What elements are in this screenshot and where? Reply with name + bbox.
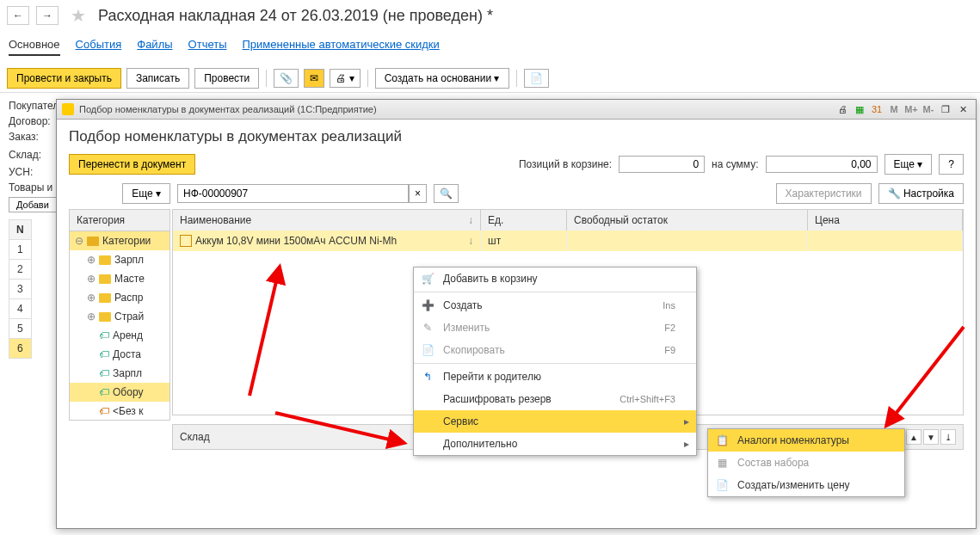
stock-column-header[interactable]: Свободный остаток [567,210,808,231]
page-up-button[interactable]: ▲ [906,429,921,445]
menu-copy[interactable]: 📄СкопироватьF9 [414,339,696,361]
tab-main[interactable]: Основное [9,38,60,56]
dialog-more-button[interactable]: Еще ▾ [884,154,933,175]
menu-edit[interactable]: ✎ИзменитьF2 [414,317,696,339]
menu-create[interactable]: ➕СоздатьIns [414,294,696,317]
sum-input[interactable] [766,156,878,173]
calendar-header-icon[interactable]: 31 [869,102,884,116]
post-close-button[interactable]: Провести и закрыть [7,68,121,89]
post-button[interactable]: Провести [194,68,259,89]
category-tree[interactable]: ⊖Категории ⊕Зарпл ⊕Масте ⊕Распр ⊕Страй 🏷… [69,231,170,421]
tab-events[interactable]: События [76,38,122,56]
app-icon [62,103,74,115]
menu-add-to-cart[interactable]: 🛒Добавить в корзину [414,268,696,290]
buyer-label: Покупател [9,100,59,112]
characteristics-button[interactable]: Характеристики [776,183,872,204]
tab-files[interactable]: Файлы [137,38,172,56]
folder-icon [99,293,111,303]
attach-button[interactable]: 📎 [274,69,299,88]
submenu-analogs[interactable]: 📋Аналоги номенклатуры [708,429,904,452]
favorite-star-icon[interactable]: ★ [71,5,86,26]
save-button[interactable]: Записать [126,68,189,89]
m-button[interactable]: M [886,102,902,116]
search-button[interactable]: 🔍 [434,184,459,203]
page-down-button[interactable]: ▼ [923,429,939,445]
positions-input[interactable] [619,156,705,173]
m-plus-button[interactable]: M+ [903,102,919,116]
page-title: Расходная накладная 24 от 26.03.2019 (не… [98,7,493,25]
table-row[interactable]: 6 [9,339,32,359]
clear-search-button[interactable]: × [409,184,427,203]
unit-column-header[interactable]: Ед. [481,210,567,231]
calc-header-icon[interactable]: ▦ [852,102,867,116]
order-label: Заказ: [9,131,39,143]
create-based-button[interactable]: Создать на основании ▾ [375,68,509,89]
price-column-header[interactable]: Цена [808,210,963,231]
restore-window-icon[interactable]: ❐ [938,102,953,116]
search-input[interactable] [177,184,409,203]
folder-icon [99,312,111,322]
submenu-set-content[interactable]: ▦Состав набора [708,452,904,474]
tab-discounts[interactable]: Примененные автоматические скидки [243,38,440,56]
service-submenu: 📋Аналоги номенклатуры ▦Состав набора 📄Со… [707,428,905,497]
email-button[interactable]: ✉ [304,69,324,88]
page-last-button[interactable]: ⤓ [940,429,956,445]
help-button[interactable]: ? [939,154,964,175]
goods-label: Товары и [9,181,52,194]
positions-label: Позиций в корзине: [519,158,612,170]
nav-forward-button[interactable]: → [36,6,59,25]
dialog-window-title: Подбор номенклатуры в документах реализа… [79,104,829,114]
nav-back-button[interactable]: ← [7,6,29,25]
category-more-button[interactable]: Еще ▾ [122,183,170,204]
menu-decode-reserve[interactable]: Расшифровать резервCtrl+Shift+F3 [414,388,696,410]
print-button[interactable]: 🖨 ▾ [330,69,360,88]
tab-reports[interactable]: Отчеты [188,38,227,56]
item-row[interactable]: Аккум 10,8V мини 1500мАч ACCUM Ni-Mh шт [173,231,963,251]
sum-label: на сумму: [712,158,758,170]
submenu-create-price[interactable]: 📄Создать/изменить цену [708,474,904,496]
name-column-header[interactable]: Наименование [173,210,481,231]
row-number-header: N [9,220,32,240]
add-row-button[interactable]: Добави [9,197,57,212]
transfer-button[interactable]: Перенести в документ [69,154,195,175]
category-header[interactable]: Категория [69,209,170,231]
menu-goto-parent[interactable]: ↰Перейти к родителю [414,366,696,388]
close-window-icon[interactable]: ✕ [955,102,971,116]
item-icon [180,235,192,247]
settings-button[interactable]: 🔧 Настройка [878,183,964,204]
table-row[interactable]: 5 [9,319,32,339]
warehouse-label: Склад: [9,149,41,161]
table-row[interactable]: 2 [9,260,32,280]
usn-label: УСН: [9,166,33,178]
menu-additional[interactable]: Дополнительно [414,433,696,455]
table-row[interactable]: 3 [9,280,32,299]
folder-icon [99,255,111,265]
m-minus-button[interactable]: M- [921,102,936,116]
table-row[interactable]: 1 [9,240,32,260]
menu-service[interactable]: Сервис [414,410,696,433]
contract-label: Договор: [9,115,51,127]
dialog-title: Подбор номенклатуры в документах реализа… [69,128,964,145]
context-menu: 🛒Добавить в корзину ➕СоздатьIns ✎Изменит… [413,267,697,456]
folder-icon [87,237,99,246]
report-button[interactable]: 📄 [524,69,549,88]
table-row[interactable]: 4 [9,299,32,319]
folder-icon [99,274,111,284]
print-header-icon[interactable]: 🖨 [835,102,850,116]
warehouse-panel-header: Склад [180,431,210,443]
